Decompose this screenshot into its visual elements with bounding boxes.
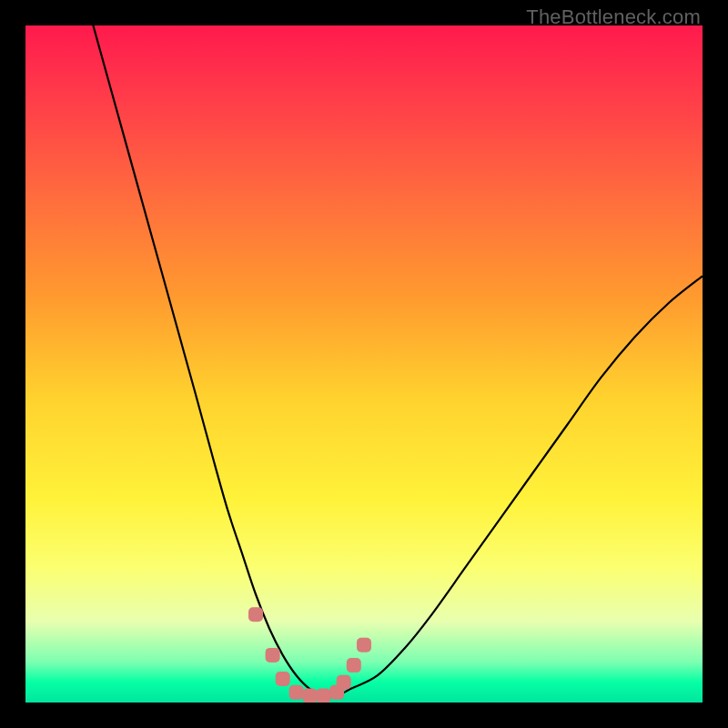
marker-point xyxy=(337,675,351,690)
marker-point xyxy=(347,658,361,672)
marker-point xyxy=(248,607,263,622)
plot-area xyxy=(25,25,703,703)
marker-point xyxy=(276,672,290,686)
marker-point xyxy=(266,648,280,662)
marker-point xyxy=(316,689,330,703)
marker-point xyxy=(357,638,371,652)
watermark-text: TheBottleneck.com xyxy=(526,5,701,29)
marker-point xyxy=(289,685,304,700)
bottleneck-curve xyxy=(93,25,703,697)
chart-stage: TheBottleneck.com xyxy=(0,0,728,728)
marker-point xyxy=(303,689,318,703)
curve-layer xyxy=(25,25,703,703)
